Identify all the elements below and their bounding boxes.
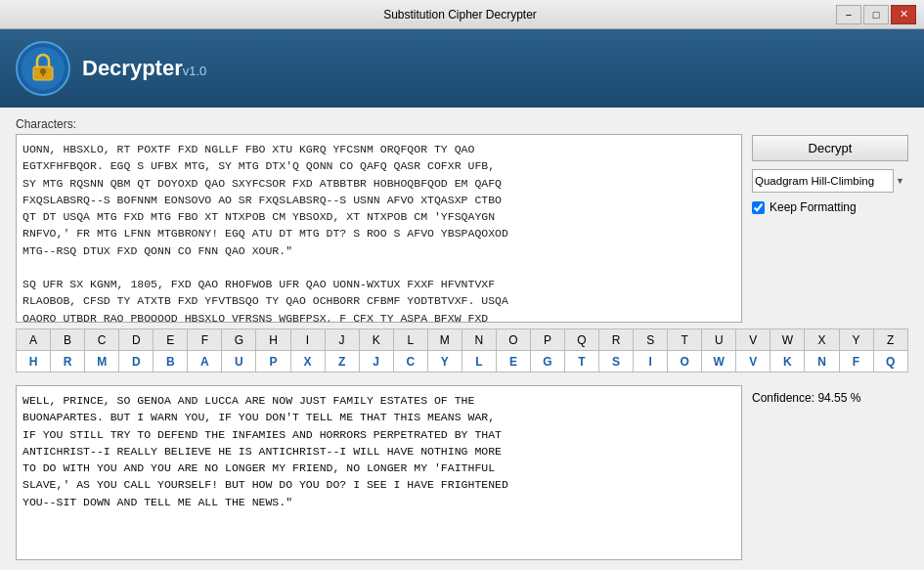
svg-rect-4 — [42, 72, 44, 76]
close-button[interactable]: ✕ — [891, 5, 916, 24]
key-from-cell: R — [599, 329, 634, 351]
key-from-cell: V — [736, 329, 770, 351]
key-to-cell: N — [805, 351, 839, 373]
key-to-cell: H — [17, 351, 51, 373]
keep-formatting-row: Keep Formatting — [752, 200, 908, 214]
key-from-cell: H — [256, 329, 290, 351]
confidence-label: Confidence: 94.55 % — [752, 391, 908, 405]
key-from-cell: C — [85, 329, 119, 351]
bottom-section: Confidence: 94.55 % — [16, 385, 908, 560]
app-header: Decrypterv1.0 — [0, 29, 924, 108]
key-to-cell: Y — [427, 351, 462, 373]
confidence-panel: Confidence: 94.55 % — [752, 385, 908, 560]
key-to-cell: X — [290, 351, 325, 373]
key-from-cell: O — [496, 329, 530, 351]
key-from-cell: K — [359, 329, 393, 351]
key-to-cell: B — [154, 351, 188, 373]
maximize-button[interactable]: □ — [863, 5, 889, 24]
key-to-cell: E — [496, 351, 530, 373]
key-to-cell: O — [668, 351, 702, 373]
key-from-cell: W — [770, 329, 805, 351]
key-to-cell: D — [119, 351, 154, 373]
app-title: Decrypter — [82, 56, 183, 80]
decrypted-textarea[interactable] — [16, 385, 742, 560]
key-to-cell: Q — [873, 351, 907, 373]
keep-formatting-label: Keep Formatting — [770, 200, 857, 214]
key-to-cell: J — [359, 351, 393, 373]
main-content: Characters: Decrypt Quadgram Hill-Climbi… — [0, 108, 924, 570]
key-from-cell: T — [668, 329, 702, 351]
key-from-cell: B — [51, 329, 85, 351]
key-to-cell: F — [839, 351, 873, 373]
decrypt-button[interactable]: Decrypt — [752, 135, 908, 161]
keep-formatting-checkbox[interactable] — [752, 201, 765, 214]
key-section: ABCDEFGHIJKLMNOPQRSTUVWXYZHRMDBAUPXZJCYL… — [16, 329, 908, 379]
key-to-cell: S — [599, 351, 634, 373]
key-from-cell: P — [530, 329, 564, 351]
key-table: ABCDEFGHIJKLMNOPQRSTUVWXYZHRMDBAUPXZJCYL… — [16, 329, 908, 373]
lock-icon — [16, 41, 70, 96]
app-name-group: Decrypterv1.0 — [82, 56, 206, 81]
controls-panel: Decrypt Quadgram Hill-ClimbingBigramTrig… — [752, 117, 908, 323]
key-from-cell: U — [702, 329, 736, 351]
key-from-cell: E — [154, 329, 188, 351]
key-from-cell: Q — [565, 329, 599, 351]
key-to-cell: I — [634, 351, 668, 373]
key-from-cell: Z — [873, 329, 907, 351]
title-bar: Substitution Cipher Decrypter − □ ✕ — [0, 0, 924, 29]
minimize-button[interactable]: − — [836, 5, 861, 24]
key-from-cell: X — [805, 329, 839, 351]
decrypted-wrapper — [16, 385, 742, 560]
key-to-cell: K — [770, 351, 805, 373]
key-from-cell: A — [17, 329, 51, 351]
key-from-cell: J — [325, 329, 359, 351]
key-to-cell: R — [51, 351, 85, 373]
key-to-cell: W — [702, 351, 736, 373]
key-to-cell: C — [393, 351, 427, 373]
algorithm-select[interactable]: Quadgram Hill-ClimbingBigramTrigramRando… — [752, 169, 894, 193]
key-from-cell: F — [188, 329, 222, 351]
cipher-textarea[interactable] — [16, 134, 742, 323]
key-to-cell: A — [188, 351, 222, 373]
cipher-label: Characters: — [16, 117, 742, 131]
key-to-cell: U — [222, 351, 256, 373]
key-from-cell: D — [119, 329, 154, 351]
title-bar-buttons: − □ ✕ — [836, 5, 916, 24]
app-version: v1.0 — [183, 64, 207, 78]
key-to-cell: Z — [325, 351, 359, 373]
key-to-cell: T — [565, 351, 599, 373]
key-from-cell: I — [290, 329, 325, 351]
key-from-cell: G — [222, 329, 256, 351]
top-section: Characters: Decrypt Quadgram Hill-Climbi… — [16, 117, 908, 323]
key-to-cell: P — [256, 351, 290, 373]
key-to-cell: L — [462, 351, 496, 373]
key-from-cell: N — [462, 329, 496, 351]
window-title: Substitution Cipher Decrypter — [84, 8, 836, 22]
algorithm-select-wrapper: Quadgram Hill-ClimbingBigramTrigramRando… — [752, 169, 908, 193]
key-from-cell: S — [634, 329, 668, 351]
key-to-cell: M — [85, 351, 119, 373]
key-from-cell: M — [427, 329, 462, 351]
key-from-cell: L — [393, 329, 427, 351]
key-to-cell: V — [736, 351, 770, 373]
cipher-area-wrapper: Characters: — [16, 117, 742, 323]
algorithm-dropdown-wrapper: Quadgram Hill-ClimbingBigramTrigramRando… — [752, 169, 908, 193]
key-to-cell: G — [530, 351, 564, 373]
key-from-cell: Y — [839, 329, 873, 351]
